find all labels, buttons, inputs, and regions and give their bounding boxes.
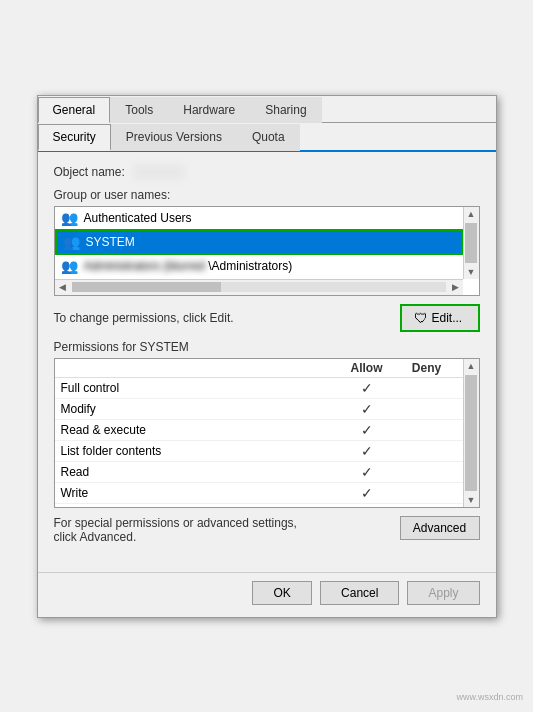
users-scrollbar[interactable]: ▲ ▼ — [463, 207, 479, 279]
change-perms-row: To change permissions, click Edit. 🛡 Edi… — [54, 304, 480, 332]
horizontal-scrollbar[interactable]: ◀ ▶ — [55, 279, 463, 295]
header-deny: Deny — [397, 361, 457, 375]
user-label-authenticated: Authenticated Users — [84, 211, 192, 225]
tab-hardware[interactable]: Hardware — [168, 97, 250, 123]
perm-row-fullcontrol: Full control ✓ — [55, 378, 463, 399]
perm-allow-write: ✓ — [337, 485, 397, 501]
perms-scroll-up[interactable]: ▲ — [463, 359, 480, 373]
scroll-left-arrow[interactable]: ◀ — [55, 280, 70, 294]
perm-allow-modify: ✓ — [337, 401, 397, 417]
perm-name-listfolder: List folder contents — [61, 444, 337, 458]
tab-previous-versions[interactable]: Previous Versions — [111, 124, 237, 151]
scroll-right-arrow[interactable]: ▶ — [448, 280, 463, 294]
permissions-table-wrapper: Allow Deny Full control ✓ Modify ✓ Read … — [54, 358, 480, 508]
user-label-administrators: Administrators (blurred \Administrators) — [84, 259, 293, 273]
perm-allow-read: ✓ — [337, 464, 397, 480]
list-item-authenticated[interactable]: 👥 Authenticated Users — [55, 207, 463, 229]
cancel-button[interactable]: Cancel — [320, 581, 399, 605]
tab-sharing[interactable]: Sharing — [250, 97, 321, 123]
tab-general[interactable]: General — [38, 97, 111, 123]
perm-name-read: Read — [61, 465, 337, 479]
perm-name-readexecute: Read & execute — [61, 423, 337, 437]
perm-name-write: Write — [61, 486, 337, 500]
advanced-button[interactable]: Advanced — [400, 516, 480, 540]
perm-row-modify: Modify ✓ — [55, 399, 463, 420]
special-perms-text: For special permissions or advanced sett… — [54, 516, 324, 544]
special-perms-row: For special permissions or advanced sett… — [54, 516, 480, 544]
perm-row-listfolder: List folder contents ✓ — [55, 441, 463, 462]
user-icon-authenticated: 👥 — [61, 210, 78, 226]
scroll-down-arrow[interactable]: ▼ — [463, 265, 480, 279]
security-dialog: General Tools Hardware Sharing Security … — [37, 95, 497, 618]
perm-allow-listfolder: ✓ — [337, 443, 397, 459]
tab-tools[interactable]: Tools — [110, 97, 168, 123]
tabs-row-2: Security Previous Versions Quota — [38, 123, 496, 152]
group-label: Group or user names: — [54, 188, 480, 202]
users-list: 👥 Authenticated Users 👥 SYSTEM 👥 Adminis… — [55, 207, 463, 277]
perms-scrollbar[interactable]: ▲ ▼ — [463, 359, 479, 507]
object-name-row: Object name: — [54, 164, 480, 180]
dialog-content: Object name: Group or user names: 👥 Auth… — [38, 152, 496, 564]
tab-quota[interactable]: Quota — [237, 124, 300, 151]
perm-row-write: Write ✓ — [55, 483, 463, 504]
perm-name-modify: Modify — [61, 402, 337, 416]
permissions-header: Allow Deny — [55, 359, 463, 378]
scroll-up-arrow[interactable]: ▲ — [463, 207, 480, 221]
list-item-administrators[interactable]: 👥 Administrators (blurred \Administrator… — [55, 255, 463, 277]
perms-scroll-down[interactable]: ▼ — [463, 493, 480, 507]
tabs-row-1: General Tools Hardware Sharing — [38, 96, 496, 123]
edit-button[interactable]: 🛡 Edit... — [400, 304, 480, 332]
ok-button[interactable]: OK — [252, 581, 312, 605]
h-scroll-thumb — [72, 282, 222, 292]
list-item-system[interactable]: 👥 SYSTEM — [55, 229, 463, 255]
object-name-label: Object name: — [54, 165, 125, 179]
perm-row-readexecute: Read & execute ✓ — [55, 420, 463, 441]
permissions-table: Allow Deny Full control ✓ Modify ✓ Read … — [55, 359, 463, 504]
user-icon-system: 👥 — [63, 234, 80, 250]
header-allow: Allow — [337, 361, 397, 375]
perm-row-read: Read ✓ — [55, 462, 463, 483]
perm-allow-fullcontrol: ✓ — [337, 380, 397, 396]
user-label-system: SYSTEM — [86, 235, 135, 249]
edit-button-label: Edit... — [432, 311, 463, 325]
shield-icon: 🛡 — [414, 310, 428, 326]
permissions-title: Permissions for SYSTEM — [54, 340, 480, 354]
tab-security[interactable]: Security — [38, 124, 111, 151]
users-listbox[interactable]: 👥 Authenticated Users 👥 SYSTEM 👥 Adminis… — [54, 206, 480, 296]
change-perms-text: To change permissions, click Edit. — [54, 311, 234, 325]
apply-button[interactable]: Apply — [407, 581, 479, 605]
user-icon-administrators: 👥 — [61, 258, 78, 274]
perm-allow-readexecute: ✓ — [337, 422, 397, 438]
scroll-thumb — [465, 223, 477, 263]
watermark: www.wsxdn.com — [456, 692, 523, 702]
header-name — [61, 361, 337, 375]
object-name-value — [133, 164, 185, 180]
h-scroll-track — [72, 282, 446, 292]
dialog-footer: OK Cancel Apply — [38, 572, 496, 617]
perm-name-fullcontrol: Full control — [61, 381, 337, 395]
perms-scroll-thumb — [465, 375, 477, 491]
